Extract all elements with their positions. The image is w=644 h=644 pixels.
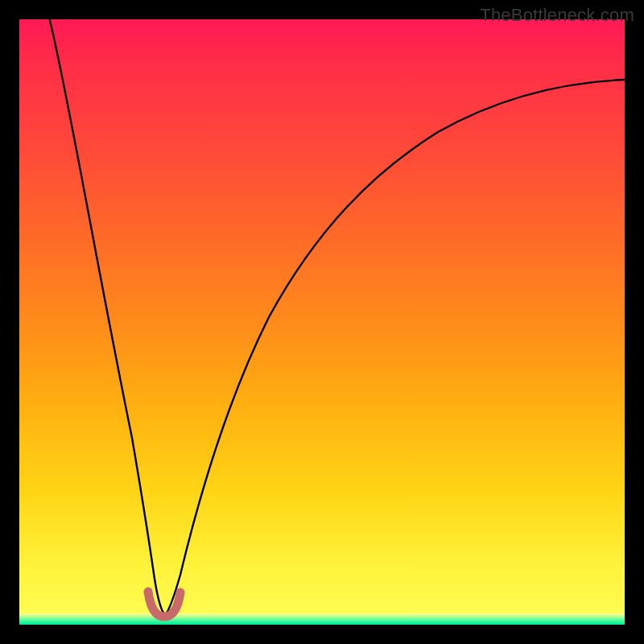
watermark-text: TheBottleneck.com: [480, 5, 634, 26]
min-marker: [148, 592, 180, 617]
curve-layer: [19, 19, 625, 625]
plot-area: [19, 19, 625, 625]
chart-frame: TheBottleneck.com: [0, 0, 644, 644]
bottleneck-curve: [50, 19, 625, 615]
